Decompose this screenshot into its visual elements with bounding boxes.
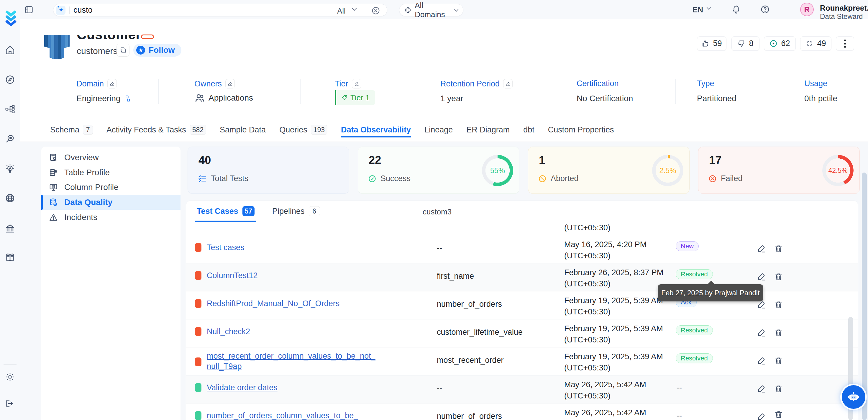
pencil-icon xyxy=(110,82,115,86)
tab-dbt[interactable]: dbt xyxy=(523,124,534,138)
explore-compass-icon[interactable] xyxy=(5,74,15,85)
test-case-link[interactable]: Validate order dates xyxy=(207,383,376,393)
failed-percent: 42.5% xyxy=(822,155,854,186)
watch-icon xyxy=(770,39,777,48)
column-cell: -- xyxy=(437,384,442,393)
meta-divider xyxy=(300,79,301,104)
date-cell: May 26, 2025, 5:42 AM(UTC+05:30) xyxy=(564,379,646,401)
ai-sparkle-icon[interactable]: ✦ ✦ xyxy=(56,6,65,15)
menu-item-overview[interactable]: Overview xyxy=(41,150,181,165)
chat-assistant-button[interactable] xyxy=(842,385,865,409)
edit-icon[interactable] xyxy=(757,328,766,337)
insights-bulb-icon[interactable] xyxy=(5,164,15,174)
delete-icon[interactable] xyxy=(774,272,783,281)
meta-value-owners[interactable]: Applications xyxy=(194,93,253,103)
date-cell: May 26, 2025, 5:42 AM xyxy=(564,407,646,418)
test-case-link[interactable]: Null_check2 xyxy=(207,327,376,337)
status-indicator xyxy=(195,327,202,336)
observability-search-icon[interactable] xyxy=(5,133,15,144)
tab-queries[interactable]: Queries193 xyxy=(279,124,328,138)
tab-activity-feeds[interactable]: Activity Feeds & Tasks582 xyxy=(106,124,206,138)
downvote-button[interactable]: 8 xyxy=(732,36,760,51)
edit-icon[interactable] xyxy=(757,384,766,393)
pencil-icon xyxy=(228,82,232,86)
edit-icon[interactable] xyxy=(757,244,766,253)
delete-icon[interactable] xyxy=(774,300,783,309)
test-case-link[interactable]: most_recent_order_column_values_to_be_no… xyxy=(207,351,376,371)
refresh-count-button[interactable]: 49 xyxy=(800,36,831,51)
copy-name-button[interactable] xyxy=(117,44,129,57)
success-percent: 55% xyxy=(482,155,513,186)
edit-icon[interactable] xyxy=(757,356,766,365)
edit-owners-button[interactable] xyxy=(225,79,235,88)
logout-icon[interactable] xyxy=(5,398,15,409)
language-selector[interactable]: EN xyxy=(692,5,703,14)
date-cell: February 19, 2025, 5:39 AM(UTC+05:30) xyxy=(564,351,663,373)
status-indicator xyxy=(195,243,202,252)
clear-search-icon[interactable] xyxy=(371,6,380,15)
search-input[interactable] xyxy=(73,6,324,14)
page-scrollbar-thumb[interactable] xyxy=(862,173,867,420)
status-indicator xyxy=(195,271,202,280)
app-logo[interactable] xyxy=(4,9,18,26)
user-avatar[interactable]: R xyxy=(800,3,814,16)
menu-item-incidents[interactable]: Incidents xyxy=(41,210,181,225)
tab-lineage[interactable]: Lineage xyxy=(425,124,453,138)
test-case-link[interactable]: number_of_orders_column_values_to_be_ xyxy=(207,411,376,420)
glossary-book-icon[interactable] xyxy=(5,252,15,262)
follow-button[interactable]: ★ Follow xyxy=(133,44,181,57)
delete-icon[interactable] xyxy=(774,356,783,365)
tab-schema[interactable]: Schema7 xyxy=(50,124,93,138)
refresh-icon xyxy=(805,39,813,48)
menu-item-data-quality[interactable]: Data Quality xyxy=(41,195,181,210)
tab-data-observability[interactable]: Data Observability xyxy=(341,124,411,138)
test-case-link[interactable]: RedshiftProd_Manual_No_Of_Orders xyxy=(207,299,376,309)
tab-test-cases[interactable]: Test Cases 57 xyxy=(197,206,254,216)
upvote-button[interactable]: 59 xyxy=(697,36,726,51)
meta-value-usage: 0th pctile xyxy=(804,94,837,103)
card-aborted: 1 Aborted 2.5% xyxy=(528,147,689,194)
governance-bank-icon[interactable] xyxy=(5,223,15,234)
tab-custom-properties[interactable]: Custom Properties xyxy=(548,124,614,138)
edit-retention-button[interactable] xyxy=(503,79,513,88)
domain-selector[interactable]: All Domains xyxy=(399,4,463,16)
notifications-bell-icon[interactable] xyxy=(732,5,741,14)
test-case-link[interactable]: Test cases xyxy=(207,242,376,253)
test-case-rows: Test cases -- May 16, 2025, 4:20 PM(UTC+… xyxy=(186,235,858,420)
edit-icon[interactable] xyxy=(757,272,766,281)
edit-domain-button[interactable] xyxy=(107,79,117,88)
redshift-service-icon xyxy=(44,35,70,59)
lineage-hierarchy-icon[interactable] xyxy=(5,104,15,114)
meta-value-domain[interactable]: Engineering xyxy=(76,94,130,103)
tab-pipelines[interactable]: Pipelines 6 xyxy=(272,206,320,216)
delete-icon[interactable] xyxy=(774,384,783,393)
tab-er-diagram[interactable]: ER Diagram xyxy=(466,124,510,138)
meta-label-usage: Usage xyxy=(804,79,827,88)
test-case-link[interactable]: ColumnTest12 xyxy=(207,270,376,281)
x-circle-icon xyxy=(708,175,717,183)
help-icon[interactable] xyxy=(761,5,770,14)
entity-tabs: Schema7 Activity Feeds & Tasks582 Sample… xyxy=(50,124,614,138)
delete-icon[interactable] xyxy=(774,328,783,337)
tab-sample-data[interactable]: Sample Data xyxy=(220,124,266,138)
sidebar-divider xyxy=(4,364,17,365)
delete-icon[interactable] xyxy=(774,244,783,253)
sidebar-toggle-icon[interactable] xyxy=(24,5,34,14)
status-badge: Resolved xyxy=(676,325,713,335)
watch-count-button[interactable]: 62 xyxy=(764,36,796,51)
edit-icon[interactable] xyxy=(757,412,766,420)
menu-item-table-profile[interactable]: Table Profile xyxy=(41,165,181,180)
home-icon[interactable] xyxy=(5,45,15,55)
edit-tier-button[interactable] xyxy=(352,79,361,88)
meta-label-tier: Tier xyxy=(335,79,361,88)
settings-gear-icon[interactable] xyxy=(5,372,15,382)
search-scope-dropdown[interactable]: All xyxy=(337,6,346,16)
overview-doc-icon xyxy=(49,153,58,162)
edit-icon[interactable] xyxy=(757,300,766,309)
domains-globe-icon[interactable] xyxy=(5,193,15,203)
delete-icon[interactable] xyxy=(774,410,783,419)
meta-label-domain: Domain xyxy=(76,79,117,88)
app-window: { "topbar": { "search": {"value": "custo… xyxy=(0,0,868,420)
more-options-button[interactable] xyxy=(836,36,854,51)
menu-item-column-profile[interactable]: Column Profile xyxy=(41,180,181,195)
